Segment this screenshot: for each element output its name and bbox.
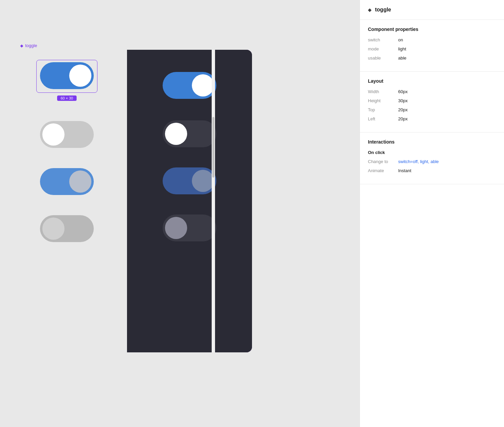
toggle-knob [42,123,65,146]
toggle-on-disabled-light[interactable] [40,168,94,195]
toggle-knob [42,218,65,240]
prop-row-animate: Animate Instant [368,168,496,173]
component-label-text: toggle [25,43,37,48]
prop-row-change-to: Change to switch=off, light, able [368,159,496,164]
scrollbar-track [212,50,215,352]
prop-row-left: Left 20px [368,116,496,121]
toggle-knob [69,170,91,193]
toggle-knob [165,217,187,239]
toggle-knob [165,123,187,145]
toggle-on-able-light-wrapper: 60 × 30 [36,60,97,101]
interactions-title: Interactions [368,139,496,145]
panel-diamond-icon: ◆ [368,7,372,12]
prop-label-usable: usable [368,55,398,61]
prop-row-width: Width 60px [368,89,496,94]
prop-value-usable: able [398,55,407,61]
canvas-area: ◆ toggle 60 × 30 [0,0,360,427]
toggle-on-able-dark[interactable] [163,72,216,99]
size-badge: 60 × 30 [57,95,76,101]
prop-value-change-to[interactable]: switch=off, light, able [398,159,439,164]
prop-label-top: Top [368,107,398,112]
on-click-label: On click [368,150,496,155]
component-label: ◆ toggle [20,43,37,48]
prop-label-left: Left [368,116,398,121]
prop-value-mode: light [398,46,406,51]
prop-value-left: 20px [398,116,408,121]
toggle-knob [192,74,214,96]
component-properties-section: Component properties switch on mode ligh… [360,20,504,72]
selected-toggle-frame [36,60,97,93]
toggle-off-able-dark[interactable] [163,120,216,147]
prop-value-width: 60px [398,89,408,94]
toggle-on-disabled-dark[interactable] [163,167,216,194]
component-properties-title: Component properties [368,27,496,32]
toggle-on-able-light[interactable] [40,62,94,89]
toggle-off-able-light[interactable] [40,121,94,148]
prop-row-switch: switch on [368,37,496,42]
interactions-section: Interactions On click Change to switch=o… [360,132,504,184]
prop-value-top: 20px [398,107,408,112]
prop-value-height: 30px [398,98,408,103]
prop-label-switch: switch [368,37,398,42]
prop-label-change-to: Change to [368,159,398,164]
diamond-icon: ◆ [20,43,23,48]
prop-label-width: Width [368,89,398,94]
prop-label-mode: mode [368,46,398,51]
toggle-off-disabled-light[interactable] [40,215,94,242]
prop-row-mode: mode light [368,46,496,51]
panel-header-title: toggle [375,7,391,13]
prop-row-usable: usable able [368,55,496,61]
toggle-off-disabled-dark[interactable] [163,215,216,241]
dark-section [127,50,252,352]
toggle-knob [69,65,91,87]
prop-label-animate: Animate [368,168,398,173]
layout-section: Layout Width 60px Height 30px Top 20px L… [360,72,504,132]
toggle-knob [192,170,214,192]
light-section: 60 × 30 [7,50,127,352]
prop-row-height: Height 30px [368,98,496,103]
scrollbar-thumb[interactable] [212,117,214,178]
prop-value-switch: on [398,37,403,42]
panel-header: ◆ toggle [360,0,504,20]
prop-label-height: Height [368,98,398,103]
prop-row-top: Top 20px [368,107,496,112]
right-panel: ◆ toggle Component properties switch on … [360,0,504,427]
prop-value-animate: Instant [398,168,411,173]
layout-title: Layout [368,78,496,84]
